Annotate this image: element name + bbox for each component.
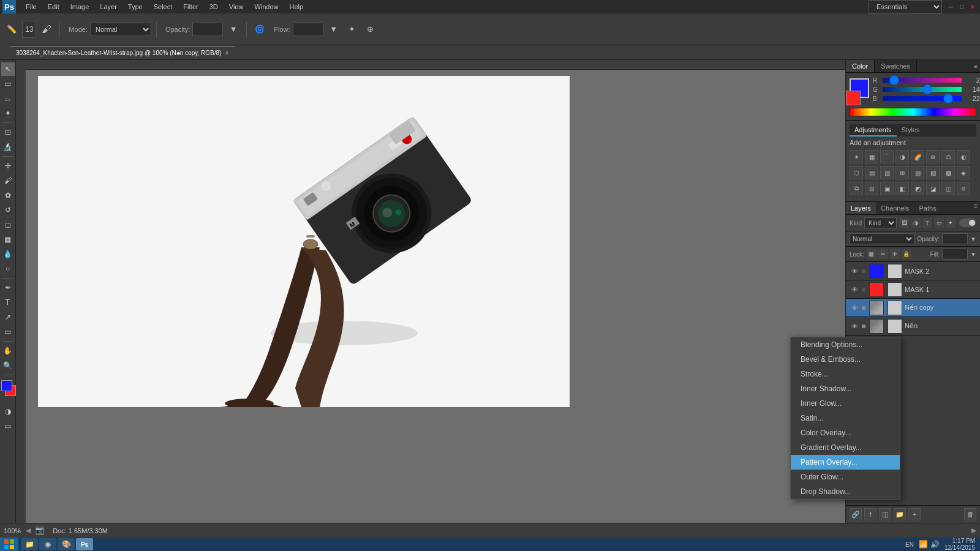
zoom-arrow[interactable]: ◀ — [26, 527, 31, 534]
blur-tool[interactable]: 💧 — [1, 247, 15, 261]
fill-input[interactable]: 100% — [942, 249, 968, 260]
channel-mixer-icon[interactable]: ▤ — [865, 166, 878, 179]
ctx-satin[interactable]: Satin... — [791, 411, 900, 425]
opacity-input[interactable]: 100% — [192, 23, 223, 36]
pen-tool[interactable]: ✒ — [1, 281, 15, 294]
minimize-button[interactable]: ─ — [946, 2, 956, 12]
add-layer-style-btn[interactable]: f — [864, 508, 876, 520]
screen-mode-btn[interactable]: ▭ — [1, 419, 15, 433]
tab-swatches[interactable]: Swatches — [875, 60, 917, 72]
filter-pixel-icon[interactable]: 🖼 — [899, 218, 909, 228]
adj-icon-sm-8[interactable]: ⧈ — [957, 182, 970, 195]
flow-input[interactable]: 100% — [293, 23, 323, 36]
brush-tool[interactable]: 🖌 — [1, 174, 15, 187]
tab-layers[interactable]: Layers — [846, 202, 876, 214]
taskbar-photoshop-btn[interactable]: Ps — [76, 538, 93, 550]
menu-3d[interactable]: 3D — [205, 2, 223, 12]
photo-filter-icon[interactable]: ⬡ — [850, 166, 863, 179]
filter-toggle[interactable] — [959, 219, 976, 227]
menu-layer[interactable]: Layer — [95, 2, 122, 12]
start-button[interactable] — [0, 538, 18, 551]
adj-icon-sm-2[interactable]: ⊟ — [865, 182, 878, 195]
doc-info-arrow[interactable]: ▶ — [971, 527, 976, 534]
ctx-bevel-emboss[interactable]: Bevel & Emboss... — [791, 352, 900, 367]
ctx-drop-shadow[interactable]: Drop Shadow... — [791, 484, 900, 499]
healing-brush-tool[interactable]: ✛ — [1, 159, 15, 173]
color-spectrum[interactable] — [850, 108, 976, 116]
bw-icon[interactable]: ◐ — [957, 150, 970, 163]
path-selection-tool[interactable]: ↗ — [1, 310, 15, 324]
exposure-icon[interactable]: ◑ — [895, 150, 909, 163]
link-layers-btn[interactable]: 🔗 — [850, 508, 862, 520]
shape-tool[interactable]: ▭ — [1, 325, 15, 339]
filter-adjust-icon[interactable]: ◑ — [911, 218, 921, 228]
tab-adjustments[interactable]: Adjustments — [850, 124, 897, 137]
ctx-pattern-overlay[interactable]: Pattern Overlay... — [791, 455, 900, 470]
vibrance-icon[interactable]: 🌈 — [911, 150, 924, 163]
eyedropper-tool[interactable]: 🔬 — [1, 140, 15, 154]
hue-sat-icon[interactable]: ⊕ — [926, 150, 940, 163]
lock-all-icon[interactable]: 🔒 — [902, 249, 911, 259]
lock-paint-icon[interactable]: ✏ — [878, 249, 888, 259]
stylus-pressure-icon[interactable]: ✦ — [344, 21, 360, 37]
tab-channels[interactable]: Channels — [876, 202, 914, 214]
foreground-color[interactable] — [1, 380, 12, 391]
workspace-select[interactable]: Essentials — [869, 0, 942, 13]
ctx-blending-options[interactable]: Blending Options... — [791, 337, 900, 352]
color-panel-menu[interactable]: ≡ — [974, 63, 978, 70]
lasso-tool[interactable]: ⌓ — [1, 92, 15, 105]
opacity-dropdown[interactable]: ▼ — [970, 236, 976, 242]
menu-file[interactable]: File — [21, 2, 42, 12]
tab-paths[interactable]: Paths — [914, 202, 941, 214]
background-color-box[interactable] — [846, 91, 861, 105]
marquee-tool[interactable]: ▭ — [1, 77, 15, 91]
adj-icon-sm-1[interactable]: ⧉ — [850, 182, 863, 195]
menu-select[interactable]: Select — [149, 2, 178, 12]
ctx-stroke[interactable]: Stroke... — [791, 367, 900, 381]
layer-item-mask2[interactable]: 👁 MASK 2 — [846, 262, 980, 280]
selective-color-icon[interactable]: ◈ — [957, 166, 970, 179]
canvas-area[interactable]: M — [26, 70, 845, 523]
maximize-button[interactable]: □ — [957, 2, 967, 12]
document-tab[interactable]: 3038264_Khacten-Sen-Leather-Wrist-strap.… — [10, 46, 235, 59]
move-tool[interactable]: ↖ — [1, 62, 15, 76]
smoothing-icon[interactable]: ⊕ — [363, 21, 379, 37]
layer-item-nen-copy[interactable]: 👁 Nền copy — [846, 299, 980, 317]
filter-shape-icon[interactable]: ▭ — [934, 218, 944, 228]
mode-select[interactable]: Normal Dissolve Multiply — [90, 23, 151, 36]
eraser-tool[interactable]: ◻ — [1, 218, 15, 231]
brush-preset-icon[interactable]: 🖌 — [39, 21, 55, 37]
curves-icon[interactable]: ⌒ — [880, 150, 894, 163]
airbrush-icon[interactable]: 🌀 — [252, 21, 268, 37]
adj-icon-sm-4[interactable]: ◧ — [895, 182, 909, 195]
lock-transparent-icon[interactable]: ▦ — [867, 249, 876, 259]
adj-icon-sm-3[interactable]: ▣ — [880, 182, 894, 195]
taskbar-color-btn[interactable]: 🎨 — [58, 538, 75, 550]
zoom-tool[interactable]: 🔍 — [1, 359, 15, 372]
menu-edit[interactable]: Edit — [43, 2, 64, 12]
green-slider[interactable] — [883, 87, 962, 92]
brush-tool-icon[interactable]: ✏️ — [4, 21, 20, 37]
menu-help[interactable]: Help — [285, 2, 309, 12]
tab-close-btn[interactable]: × — [225, 50, 228, 56]
invert-icon[interactable]: ⊞ — [895, 166, 909, 179]
layer-visibility-mask2[interactable]: 👁 — [850, 266, 859, 276]
adj-icon-sm-5[interactable]: ◩ — [911, 182, 924, 195]
menu-type[interactable]: Type — [123, 2, 148, 12]
tab-color[interactable]: Color — [846, 60, 875, 72]
adj-icon-sm-6[interactable]: ◪ — [926, 182, 940, 195]
threshold-icon[interactable]: ▨ — [926, 166, 940, 179]
opacity-options-icon[interactable]: ▼ — [225, 21, 241, 37]
layer-visibility-nen[interactable]: 👁 — [850, 321, 859, 331]
taskbar-chrome-btn[interactable]: ◉ — [39, 538, 56, 550]
ctx-color-overlay[interactable]: Color Overlay... — [791, 425, 900, 440]
blue-slider[interactable] — [883, 96, 962, 101]
ctx-gradient-overlay[interactable]: Gradient Overlay... — [791, 440, 900, 455]
clone-stamp-tool[interactable]: ✿ — [1, 189, 15, 202]
layer-item-nen[interactable]: 👁 Nền — [846, 317, 980, 335]
filter-text-icon[interactable]: T — [922, 218, 932, 228]
levels-icon[interactable]: ▦ — [865, 150, 878, 163]
close-button[interactable]: × — [968, 2, 978, 12]
add-mask-btn[interactable]: ◫ — [879, 508, 891, 520]
taskbar-explorer-btn[interactable]: 📁 — [21, 538, 38, 550]
